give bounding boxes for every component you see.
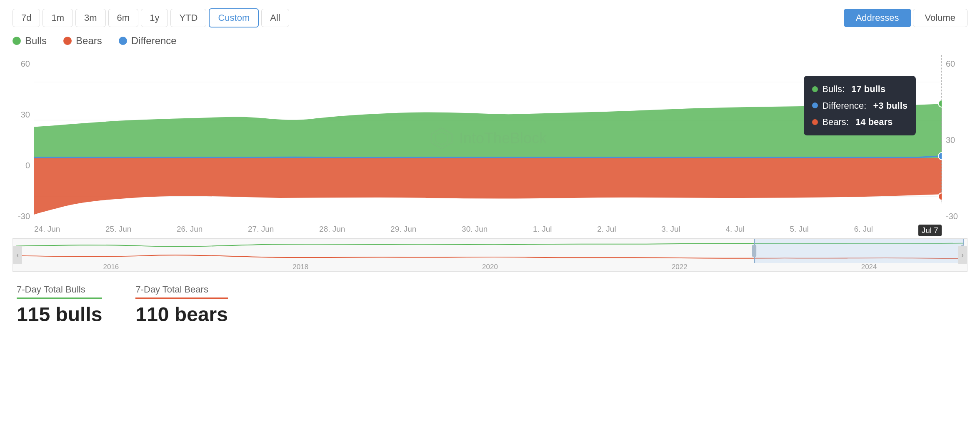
stats-section: 7-Day Total Bulls 115 bulls 7-Day Total … (12, 284, 968, 326)
btn-3m[interactable]: 3m (75, 9, 106, 27)
stat-bulls-label: 7-Day Total Bulls (17, 284, 102, 295)
bulls-label: Bulls (25, 35, 47, 47)
legend-bears: Bears (63, 35, 102, 47)
stat-bears: 7-Day Total Bears 110 bears (135, 284, 228, 326)
legend-difference: Difference (119, 35, 177, 47)
bears-label: Bears (76, 35, 102, 47)
btn-1y[interactable]: 1y (141, 9, 168, 27)
btn-addresses[interactable]: Addresses (844, 9, 911, 27)
btn-1m[interactable]: 1m (42, 9, 73, 27)
legend: Bulls Bears Difference (12, 35, 968, 47)
tooltip-bulls-row: Bulls: 17 bulls (812, 81, 908, 98)
y-axis-right: 60 30 -30 (942, 55, 968, 238)
x-label-4jul: 4. Jul (725, 225, 744, 234)
time-controls: 7d 1m 3m 6m 1y YTD Custom All Addresses … (12, 8, 968, 28)
tooltip-bears-dot (812, 119, 818, 125)
y-label-neg30: -30 (12, 212, 33, 221)
bears-dot (63, 37, 72, 45)
bulls-crosshair-dot (938, 100, 942, 107)
x-label-3jul: 3. Jul (661, 225, 680, 234)
x-label-1jul: 1. Jul (533, 225, 552, 234)
tooltip-bulls-dot (812, 86, 818, 92)
x-label-5jul: 5. Jul (790, 225, 809, 234)
y-label-0: 0 (12, 161, 33, 170)
y-right-60: 60 (942, 59, 968, 69)
y-axis-left: 60 30 0 -30 (12, 55, 33, 238)
x-label-26jun: 26. Jun (177, 225, 202, 234)
btn-custom[interactable]: Custom (209, 8, 259, 28)
btn-6m[interactable]: 6m (108, 9, 139, 27)
tooltip-diff-value: +3 bulls (873, 98, 908, 114)
bears-underline (135, 298, 228, 299)
chart-wrapper: 60 30 0 -30 60 30 -30 IntoTheBl (12, 55, 968, 326)
x-label-6jul: 6. Jul (854, 225, 873, 234)
view-toggle: Addresses Volume (844, 9, 968, 27)
selection-highlight (755, 239, 964, 263)
x-label-7jul: Jul 7 (918, 225, 942, 236)
chart-inner: IntoTheBlock (34, 55, 942, 221)
x-label-29jun: 29. Jun (390, 225, 416, 234)
time-buttons-group: 7d 1m 3m 6m 1y YTD Custom All (12, 8, 289, 28)
tooltip-bears-row: Bears: 14 bears (812, 114, 908, 130)
mini-label-2020: 2020 (482, 263, 498, 271)
stat-bulls-value: 115 bulls (17, 303, 102, 326)
tooltip: Bulls: 17 bulls Difference: +3 bulls Bea… (804, 76, 916, 135)
y-label-30: 30 (12, 110, 33, 120)
difference-dot (119, 37, 127, 45)
mini-label-2022: 2022 (672, 263, 688, 271)
x-label-24jun: 24. Jun (34, 225, 60, 234)
y-label-60: 60 (12, 59, 33, 69)
stat-bulls: 7-Day Total Bulls 115 bulls (17, 284, 102, 326)
bulls-dot (12, 37, 21, 45)
mini-label-2024: 2024 (861, 263, 877, 271)
y-right-neg30: -30 (942, 212, 968, 221)
tooltip-diff-row: Difference: +3 bulls (812, 98, 908, 114)
difference-label: Difference (131, 35, 177, 47)
left-handle[interactable] (752, 245, 756, 257)
mini-chart[interactable]: ‹ › 2016 (12, 238, 968, 272)
stat-bears-label: 7-Day Total Bears (135, 284, 228, 295)
x-axis: 24. Jun 25. Jun 26. Jun 27. Jun 28. Jun … (34, 221, 942, 238)
btn-7d[interactable]: 7d (12, 9, 40, 27)
y-right-30: 30 (942, 135, 968, 145)
tooltip-container: Bulls: 17 bulls Difference: +3 bulls Bea… (804, 76, 916, 135)
btn-volume[interactable]: Volume (913, 9, 968, 27)
x-label-30jun: 30. Jun (462, 225, 488, 234)
tooltip-diff-label: Difference: (822, 98, 869, 114)
difference-crosshair-dot (938, 152, 942, 160)
mini-x-axis: 2016 2018 2020 2022 2024 (16, 263, 964, 271)
tooltip-bears-value: 14 bears (855, 114, 892, 130)
btn-ytd[interactable]: YTD (170, 9, 206, 27)
legend-bulls: Bulls (12, 35, 47, 47)
x-label-28jun: 28. Jun (319, 225, 345, 234)
scroll-left-btn[interactable]: ‹ (13, 246, 22, 264)
main-chart: 60 30 0 -30 60 30 -30 IntoTheBl (12, 55, 968, 238)
bears-crosshair-dot (938, 193, 942, 200)
scroll-right-btn[interactable]: › (958, 246, 967, 264)
tooltip-bears-label: Bears: (822, 114, 851, 130)
x-label-2jul: 2. Jul (597, 225, 616, 234)
tooltip-bulls-label: Bulls: (822, 81, 847, 98)
x-label-27jun: 27. Jun (248, 225, 274, 234)
main-container: 7d 1m 3m 6m 1y YTD Custom All Addresses … (0, 0, 980, 334)
stat-bears-value: 110 bears (135, 303, 228, 326)
tooltip-diff-dot (812, 102, 818, 108)
btn-all[interactable]: All (261, 9, 289, 27)
tooltip-bulls-value: 17 bulls (851, 81, 885, 98)
mini-chart-inner (16, 239, 964, 263)
x-label-25jun: 25. Jun (105, 225, 131, 234)
bears-area (34, 158, 942, 215)
bulls-underline (17, 298, 102, 299)
mini-label-2016: 2016 (103, 263, 119, 271)
mini-label-2018: 2018 (292, 263, 308, 271)
mini-chart-svg (16, 239, 964, 263)
